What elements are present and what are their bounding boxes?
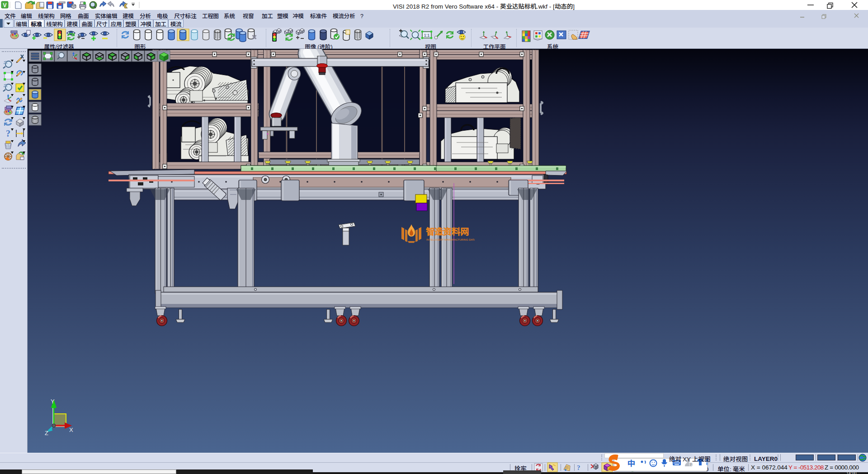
svg-text:?: ? (577, 464, 580, 471)
svg-text:中: 中 (627, 457, 635, 469)
